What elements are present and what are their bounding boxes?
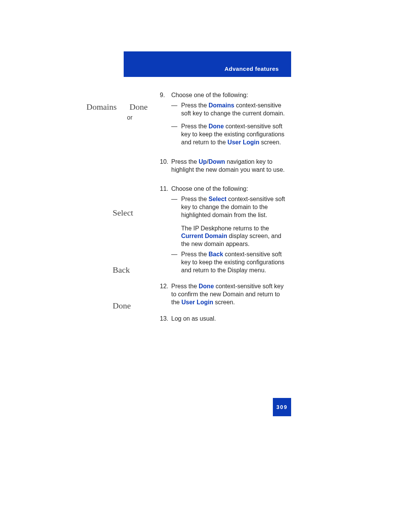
softkey-domains: Domains	[86, 102, 116, 112]
step-text: Choose one of the following:	[171, 185, 289, 193]
softkey-done-2: Done	[113, 301, 131, 311]
text: screen.	[213, 299, 235, 305]
document-page: Advanced features Domains Done or Select…	[0, 0, 411, 532]
keyword-done: Done	[209, 123, 224, 129]
text: Press the	[171, 158, 199, 165]
softkey-done: Done	[129, 102, 148, 112]
bullet-dash: —	[171, 123, 181, 146]
keyword-current-domain: Current Domain	[181, 233, 227, 239]
text: Press the	[181, 196, 209, 202]
sub-item: Press the Back context-sensitive soft ke…	[181, 251, 289, 274]
step-number: 10.	[160, 158, 171, 174]
softkey-labels-top: Domains Done or	[86, 102, 148, 121]
text: Press the	[181, 123, 209, 129]
section-title: Advanced features	[225, 66, 279, 72]
sub-item: Press the Select context-sensitive soft …	[181, 195, 289, 248]
sub-item: Press the Done context-sensitive soft ke…	[181, 123, 289, 146]
keyword-user-login: User Login	[228, 139, 260, 145]
page-number: 309	[273, 398, 291, 416]
header-band	[124, 51, 291, 77]
step-number: 9.	[160, 91, 171, 147]
step-13: 13. Log on as usual.	[160, 315, 289, 323]
keyword-done: Done	[199, 283, 214, 289]
text: Press the	[181, 251, 209, 257]
keyword-domains: Domains	[209, 102, 234, 109]
step-text: Choose one of the following:	[171, 91, 289, 99]
softkey-or: or	[86, 114, 148, 121]
step-text: Log on as usual.	[171, 315, 289, 323]
step-number: 11.	[160, 185, 171, 274]
softkey-back: Back	[113, 265, 130, 275]
paragraph: The IP Deskphone returns to the Current …	[181, 225, 289, 248]
text: screen.	[259, 139, 281, 145]
text: The IP Deskphone returns to the	[181, 225, 269, 232]
keyword-up: Up	[199, 158, 207, 165]
step-number: 12.	[160, 283, 171, 306]
text: Press the	[171, 283, 199, 289]
step-10: 10. Press the Up/Down navigation key to …	[160, 158, 289, 174]
step-number: 13.	[160, 315, 171, 323]
step-11: 11. Choose one of the following: — Press…	[160, 185, 289, 274]
bullet-dash: —	[171, 102, 181, 118]
bullet-dash: —	[171, 195, 181, 248]
bullet-dash: —	[171, 251, 181, 274]
step-9: 9. Choose one of the following: — Press …	[160, 91, 289, 147]
keyword-back: Back	[209, 251, 223, 257]
sub-item: Press the Domains context-sensitive soft…	[181, 102, 289, 118]
step-12: 12. Press the Done context-sensitive sof…	[160, 283, 289, 306]
text: Press the	[181, 102, 209, 109]
softkey-select: Select	[113, 208, 133, 218]
step-text: Press the Done context-sensitive soft ke…	[171, 283, 289, 306]
instruction-content: 9. Choose one of the following: — Press …	[160, 91, 289, 331]
step-text: Press the Up/Down navigation key to high…	[171, 158, 289, 174]
keyword-user-login: User Login	[182, 299, 213, 305]
keyword-down: Down	[209, 158, 225, 165]
keyword-select: Select	[209, 196, 226, 202]
